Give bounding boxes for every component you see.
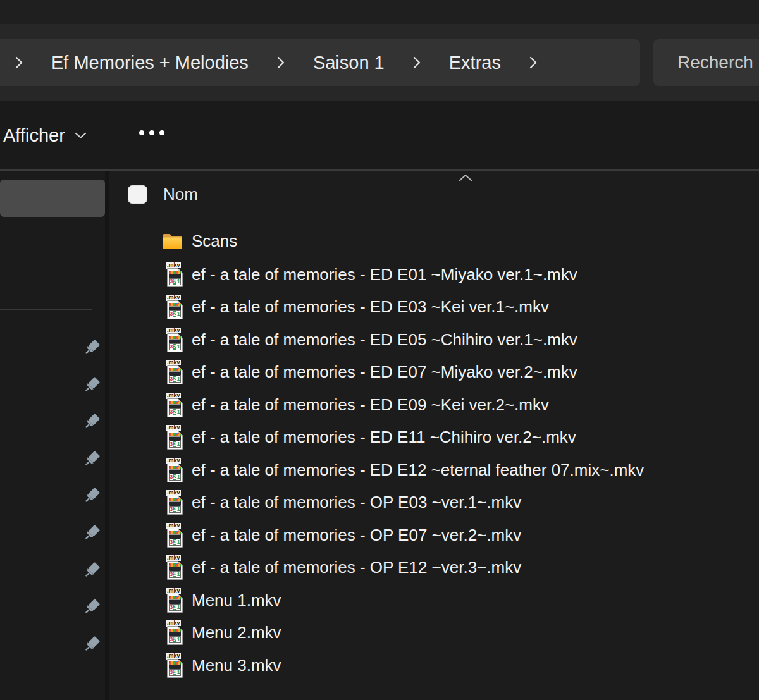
codec-digits-label: 321	[169, 278, 181, 285]
file-name: Scans	[192, 231, 237, 251]
file-row[interactable]: .mkv321ef - a tale of memories - ED E12 …	[109, 453, 759, 486]
sidebar-pinned-item[interactable]	[82, 524, 101, 543]
clapperboard-icon	[169, 563, 181, 571]
breadcrumb-item[interactable]: Ef Memories + Melodies	[51, 52, 249, 73]
file-name: Menu 3.mkv	[192, 655, 281, 675]
file-row[interactable]: .mkv321ef - a tale of memories - ED E11 …	[109, 421, 759, 453]
chevron-right-icon[interactable]	[14, 54, 24, 71]
pin-icon	[82, 450, 101, 469]
search-text: Recherch	[677, 52, 753, 72]
clapperboard-icon	[169, 433, 181, 441]
clapperboard-icon	[169, 596, 181, 604]
mkv-media-file-icon: .mkv321	[166, 555, 185, 580]
search-box[interactable]: Recherch	[653, 39, 759, 86]
sidebar-selected-item[interactable]	[0, 180, 105, 217]
mkv-media-file-icon: .mkv321	[166, 458, 185, 483]
pin-icon	[82, 635, 101, 654]
file-row[interactable]: .mkv321ef - a tale of memories - ED E03 …	[109, 290, 759, 323]
file-name: ef - a tale of memories - ED E09 ~Kei ve…	[192, 395, 549, 414]
codec-digits-label: 321	[169, 636, 181, 643]
ellipsis-icon	[159, 130, 164, 135]
codec-digits-label: 321	[169, 408, 181, 415]
breadcrumb: Ef Memories + MelodiesSaison 1Extras	[0, 39, 640, 86]
address-row: Ef Memories + MelodiesSaison 1Extras Rec…	[0, 24, 759, 101]
pin-icon	[82, 376, 101, 395]
sidebar-pinned-item[interactable]	[82, 486, 101, 505]
file-explorer-window: Ef Memories + MelodiesSaison 1Extras Rec…	[0, 0, 759, 700]
codec-digits-label: 321	[169, 310, 181, 317]
file-row[interactable]: .mkv321ef - a tale of memories - ED E05 …	[109, 323, 759, 356]
clapperboard-icon	[169, 368, 181, 376]
file-row[interactable]: .mkv321ef - a tale of memories - ED E01 …	[109, 258, 759, 291]
file-name: Menu 1.mkv	[192, 590, 281, 610]
column-header-name[interactable]: Nom	[163, 185, 198, 204]
sidebar-pinned-item[interactable]	[82, 450, 101, 469]
file-row[interactable]: .mkv321ef - a tale of memories - OP E12 …	[109, 551, 759, 584]
sidebar-pinned-item[interactable]	[82, 376, 101, 395]
file-name: ef - a tale of memories - OP E07 ~ver.2~…	[192, 525, 521, 544]
codec-digits-label: 321	[169, 343, 181, 350]
mkv-media-file-icon: .mkv321	[166, 360, 185, 385]
folder-row[interactable]: Scans	[109, 224, 759, 257]
toolbar-divider	[114, 119, 114, 154]
pin-icon	[82, 486, 101, 505]
view-dropdown-button[interactable]: Afficher	[3, 120, 87, 150]
codec-digits-label: 321	[169, 376, 181, 383]
clapperboard-icon	[169, 531, 181, 539]
sidebar-pinned-item[interactable]	[82, 412, 101, 431]
file-row[interactable]: .mkv321Menu 3.mkv	[109, 649, 759, 682]
clapperboard-icon	[169, 271, 181, 278]
sidebar-pinned-item[interactable]	[82, 561, 101, 580]
file-name: ef - a tale of memories - ED E03 ~Kei ve…	[192, 297, 549, 317]
sidebar-pinned-item[interactable]	[82, 635, 101, 654]
codec-digits-label: 321	[169, 539, 181, 546]
more-options-button[interactable]	[139, 128, 164, 138]
file-name: ef - a tale of memories - ED E05 ~Chihir…	[192, 329, 577, 349]
mkv-media-file-icon: .mkv321	[166, 262, 185, 288]
pin-icon	[82, 412, 101, 431]
file-name: ef - a tale of memories - ED E01 ~Miyako…	[192, 264, 577, 284]
pin-icon	[82, 598, 101, 617]
mkv-media-file-icon: .mkv321	[166, 490, 185, 515]
codec-digits-label: 321	[169, 571, 181, 578]
file-row[interactable]: .mkv321ef - a tale of memories - ED E09 …	[109, 388, 759, 421]
file-row[interactable]: .mkv321ef - a tale of memories - OP E03 …	[109, 486, 759, 519]
pin-icon	[82, 338, 101, 357]
view-dropdown-label: Afficher	[3, 125, 65, 146]
folder-icon	[162, 233, 183, 250]
breadcrumb-item[interactable]: Extras	[449, 52, 501, 73]
file-row[interactable]: .mkv321Menu 1.mkv	[109, 584, 759, 617]
chevron-right-icon[interactable]	[528, 54, 538, 71]
mkv-media-file-icon: .mkv321	[166, 295, 185, 320]
file-row[interactable]: .mkv321ef - a tale of memories - ED E07 …	[109, 355, 759, 388]
chevron-up-icon[interactable]	[458, 173, 473, 182]
clapperboard-icon	[169, 303, 181, 310]
file-name: ef - a tale of memories - ED E07 ~Miyako…	[192, 362, 577, 382]
mkv-media-file-icon: .mkv321	[166, 393, 185, 418]
sidebar-pinned-item[interactable]	[82, 598, 101, 617]
chevron-right-icon[interactable]	[276, 54, 286, 71]
chevron-down-icon	[75, 132, 87, 139]
mkv-media-file-icon: .mkv321	[166, 328, 185, 353]
pin-icon	[82, 524, 101, 543]
mkv-media-file-icon: .mkv321	[166, 588, 185, 613]
command-toolbar: Afficher	[0, 101, 759, 171]
codec-digits-label: 321	[169, 604, 181, 611]
codec-digits-label: 321	[169, 474, 181, 481]
ellipsis-icon	[139, 130, 144, 135]
sidebar-pinned-item[interactable]	[82, 338, 101, 357]
pin-icon	[82, 561, 101, 580]
file-name: ef - a tale of memories - ED E11 ~Chihir…	[192, 427, 576, 447]
file-row[interactable]: .mkv321Menu 2.mkv	[109, 616, 759, 649]
main-area: Nom Scans.mkv321ef - a tale of memories …	[0, 171, 759, 700]
select-all-checkbox[interactable]	[128, 185, 147, 204]
navigation-sidebar	[0, 171, 105, 700]
mkv-media-file-icon: .mkv321	[166, 425, 185, 450]
codec-digits-label: 321	[169, 669, 181, 676]
file-name: ef - a tale of memories - OP E12 ~ver.3~…	[192, 558, 521, 577]
sidebar-separator	[0, 309, 92, 310]
mkv-media-file-icon: .mkv321	[166, 653, 185, 679]
chevron-right-icon[interactable]	[412, 54, 422, 71]
file-row[interactable]: .mkv321ef - a tale of memories - OP E07 …	[109, 519, 759, 551]
breadcrumb-item[interactable]: Saison 1	[313, 52, 385, 73]
